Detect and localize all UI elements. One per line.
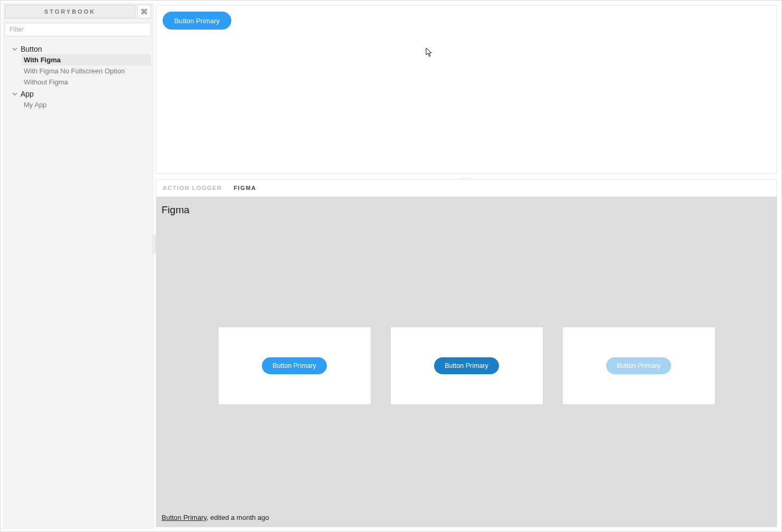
figma-edited-label: , edited a month ago [206,514,269,521]
figma-canvas[interactable]: Figma Button Primary Button Primary Butt… [156,197,777,527]
sidebar-title[interactable]: STORYBOOK [5,5,135,18]
shortcuts-button[interactable]: ⌘ [137,5,151,18]
filter-input[interactable] [5,23,151,36]
nav-item-my-app[interactable]: My App [22,99,151,110]
nav-group-button: Button With Figma With Figma No Fullscre… [5,44,151,88]
panel-tabs: ACTION LOGGER FIGMA [156,179,777,197]
sidebar: STORYBOOK ⌘ Button With Figma With Figma… [3,3,154,529]
addons-panel: ACTION LOGGER FIGMA Figma Button Primary… [156,179,777,527]
sidebar-header: STORYBOOK ⌘ [5,5,151,18]
figma-artboards: Button Primary Button Primary Button Pri… [162,221,771,510]
preview-pane: Button Primary [156,5,777,174]
tab-figma[interactable]: FIGMA [233,185,256,191]
nav-items-app: My App [5,99,151,110]
command-icon: ⌘ [140,7,148,16]
sidebar-resize-handle[interactable] [153,235,156,254]
chevron-down-icon [12,46,17,52]
figma-artboard[interactable]: Button Primary [563,327,715,404]
figma-button-primary-hover: Button Primary [434,357,499,374]
figma-footer: Button Primary, edited a month ago [162,510,771,521]
button-primary[interactable]: Button Primary [163,12,231,30]
chevron-down-icon [12,91,17,97]
figma-button-primary-disabled: Button Primary [606,357,671,374]
figma-document-link[interactable]: Button Primary [162,514,206,521]
figma-title: Figma [162,204,771,216]
figma-artboard[interactable]: Button Primary [391,327,543,404]
figma-button-primary-normal: Button Primary [262,357,327,374]
nav-group-label: Button [21,45,42,53]
nav-group-header-button[interactable]: Button [5,44,151,54]
nav-item-without-figma[interactable]: Without Figma [22,77,151,88]
figma-artboard[interactable]: Button Primary [219,327,371,404]
app-frame: STORYBOOK ⌘ Button With Figma With Figma… [0,0,782,532]
nav-group-app: App My App [5,89,151,110]
cursor-icon [426,48,433,59]
main: Button Primary ⋯⋯ ACTION LOGGER FIGMA Fi… [154,3,779,529]
nav-group-header-app[interactable]: App [5,89,151,99]
nav-item-with-figma[interactable]: With Figma [22,54,151,65]
nav-item-with-figma-no-fullscreen[interactable]: With Figma No Fullscreen Option [22,65,151,77]
nav-items-button: With Figma With Figma No Fullscreen Opti… [5,54,151,88]
nav-group-label: App [21,90,34,98]
tab-action-logger[interactable]: ACTION LOGGER [163,185,222,191]
